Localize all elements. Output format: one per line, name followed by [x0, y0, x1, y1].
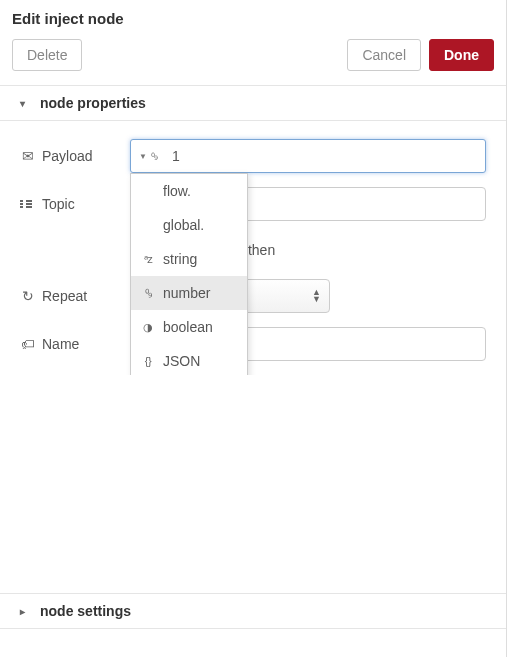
- boolean-icon: ◑: [141, 321, 155, 334]
- number-icon: ⁰₉: [141, 287, 155, 300]
- done-button[interactable]: Done: [429, 39, 494, 71]
- json-icon: {}: [141, 355, 155, 367]
- name-label: 🏷 Name: [20, 336, 120, 352]
- type-option-string[interactable]: ᵃzstring: [131, 242, 247, 276]
- name-row: 🏷 Name: [20, 327, 486, 361]
- repeat-row: ↻ Repeat ▲▼: [20, 279, 486, 313]
- repeat-label: ↻ Repeat: [20, 288, 120, 304]
- envelope-icon: ✉: [20, 148, 36, 164]
- type-option-boolean[interactable]: ◑boolean: [131, 310, 247, 344]
- number-type-icon: ⁰₉: [151, 151, 158, 162]
- tag-icon: 🏷: [20, 336, 36, 352]
- chevron-right-icon: ▸: [20, 606, 30, 617]
- section-title: node properties: [40, 95, 146, 111]
- dialog-title: Edit inject node: [12, 10, 494, 27]
- payload-input-wrap: ▼ ⁰₉: [130, 139, 486, 173]
- payload-type-button[interactable]: ▼ ⁰₉: [131, 140, 166, 172]
- payload-label: ✉ Payload: [20, 148, 120, 164]
- dialog-header: Edit inject node Delete Cancel Done: [0, 0, 506, 85]
- payload-input[interactable]: [166, 140, 485, 172]
- select-arrows-icon: ▲▼: [312, 289, 321, 303]
- topic-row: Topic: [20, 187, 486, 221]
- section-title: node settings: [40, 603, 131, 619]
- form-area: ✉ Payload ▼ ⁰₉ Topic 0.1 seconds, then: [0, 121, 506, 375]
- caret-down-icon: ▼: [139, 152, 147, 161]
- topic-label: Topic: [20, 196, 120, 212]
- type-option-global[interactable]: global.: [131, 208, 247, 242]
- type-option-json[interactable]: {}JSON: [131, 344, 247, 375]
- node-settings-header[interactable]: ▸ node settings: [0, 593, 506, 629]
- payload-type-dropdown: flow.global.ᵃzstring⁰₉number◑boolean{}JS…: [130, 173, 248, 375]
- type-option-number[interactable]: ⁰₉number: [131, 276, 247, 310]
- list-icon: [20, 200, 36, 208]
- payload-row: ✉ Payload ▼ ⁰₉: [20, 139, 486, 173]
- button-bar: Delete Cancel Done: [12, 39, 494, 71]
- node-properties-header[interactable]: ▾ node properties: [0, 85, 506, 121]
- cancel-button[interactable]: Cancel: [347, 39, 421, 71]
- chevron-down-icon: ▾: [20, 98, 30, 109]
- repeat-icon: ↻: [20, 288, 36, 304]
- string-icon: ᵃz: [141, 253, 155, 266]
- edit-dialog: Edit inject node Delete Cancel Done ▾ no…: [0, 0, 507, 657]
- type-option-flow[interactable]: flow.: [131, 174, 247, 208]
- delete-button[interactable]: Delete: [12, 39, 82, 71]
